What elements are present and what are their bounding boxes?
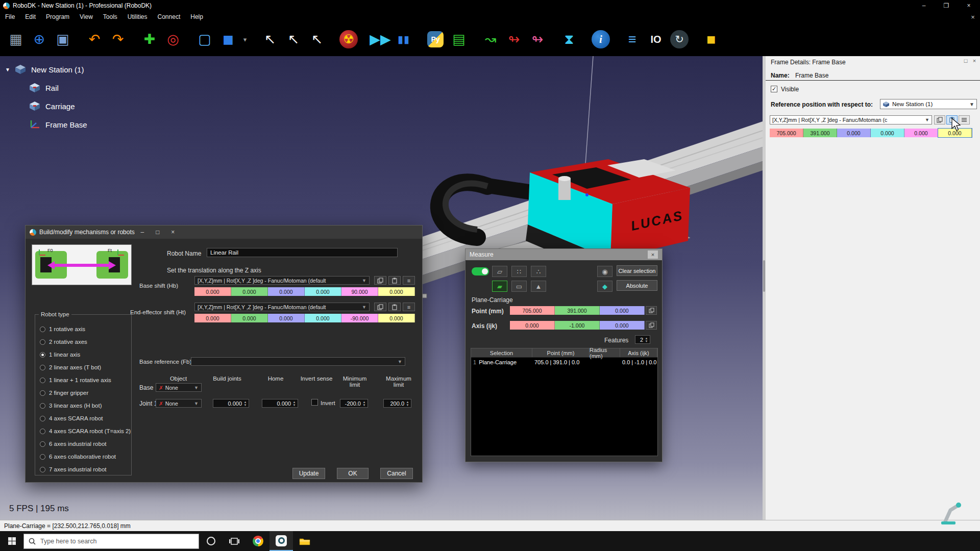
ee-shift-rx[interactable]: 0.000 (305, 314, 341, 322)
visible-checkbox[interactable]: ✓ (771, 86, 777, 92)
close-button[interactable]: × (958, 0, 980, 11)
spinner-arrows-icon[interactable]: ▲▼ (405, 399, 410, 407)
robodk-taskbar-button[interactable] (270, 531, 293, 551)
copy-pose-button[interactable] (934, 115, 945, 124)
teach-move-icon[interactable]: ↝ (479, 27, 502, 52)
redo-icon[interactable]: ↷ (106, 27, 130, 52)
params-icon[interactable]: ≡ (621, 27, 644, 52)
tree-item-rail[interactable]: Rail (29, 81, 87, 95)
radio-1-rotative-axis[interactable]: 1 rotative axis (40, 325, 85, 333)
clear-selection-button[interactable]: Clear selection (617, 265, 657, 276)
tree-item-label[interactable]: New Station (1) (31, 65, 84, 74)
python-program-icon-wrap[interactable]: Py (424, 27, 447, 52)
axis-j-field[interactable]: -1.000 (555, 321, 600, 330)
radio-1-linear-axis[interactable]: 1 linear axis (40, 351, 80, 358)
column-axis[interactable]: Axis (ijk) (620, 348, 657, 357)
tree-item-station[interactable]: ▼ New Station (1) (5, 62, 87, 77)
io-icon[interactable]: IO (644, 27, 668, 52)
radio-2-linear-axes[interactable]: 2 linear axes (T bot) (40, 364, 101, 371)
tree-item-label[interactable]: Rail (45, 84, 59, 92)
tree-item-label[interactable]: Frame Base (45, 120, 87, 129)
measure-toggle[interactable] (472, 267, 489, 276)
radio-4-axes-scara-t2[interactable]: 4 axes SCARA robot (T=axis 2) (40, 428, 131, 435)
frame-name-field[interactable]: Frame Base (795, 72, 828, 79)
info-icon-wrap[interactable]: i (589, 27, 612, 52)
taskbar-search[interactable] (23, 534, 199, 549)
add-target-icon[interactable]: ◎ (161, 27, 185, 52)
pose-y-field[interactable]: 391.000 (803, 129, 837, 137)
menu-view[interactable]: View (75, 11, 98, 22)
format-dropdown[interactable]: [X,Y,Z]mm | Rot[X,Y ,Z ]deg - Fanuc/Moto… (770, 115, 932, 124)
base-shift-z[interactable]: 0.000 (268, 287, 305, 296)
measure-point-cloud-icon[interactable]: ∴ (531, 266, 546, 277)
dialog-title-bar[interactable]: Build/modify mechanisms or robots – □ × (26, 226, 422, 239)
menu-program[interactable]: Program (41, 11, 75, 22)
select-icon[interactable]: ↖ (258, 27, 282, 52)
close-document-icon[interactable]: × (966, 13, 980, 21)
python-program-icon[interactable]: Py (427, 31, 444, 47)
spinner-arrows-icon[interactable]: ▲▼ (242, 399, 248, 407)
measure-points-icon[interactable]: ∷ (511, 266, 527, 277)
teach-circle-icon[interactable]: ↬ (502, 27, 526, 52)
connect-icon[interactable]: ↻ (670, 30, 689, 48)
ee-shift-ry[interactable]: -90.000 (341, 314, 378, 322)
add-frame-icon[interactable]: ✚ (138, 27, 161, 52)
base-object-dropdown[interactable]: ✗ None ▼ (156, 383, 202, 392)
robot-name-field[interactable]: Linear Rail (207, 248, 398, 257)
measure-title-bar[interactable]: Measure × (465, 249, 662, 260)
iso-view-caret-icon[interactable]: ▾ (240, 27, 250, 52)
copy-pose-button[interactable] (374, 276, 386, 285)
paste-pose-button[interactable] (388, 303, 401, 311)
ok-button[interactable]: OK (337, 468, 369, 479)
point-z-field[interactable]: 0.000 (600, 306, 645, 315)
base-shift-rz[interactable]: 0.000 (378, 287, 415, 296)
pose-options-button[interactable]: ≡ (403, 276, 415, 285)
pose-rx-field[interactable]: 0.000 (871, 129, 904, 137)
column-radius[interactable]: Radius (mm) (590, 348, 620, 357)
radio-3-linear-axes[interactable]: 3 linear axes (H bot) (40, 402, 102, 409)
package-icon[interactable]: ■ (699, 27, 723, 52)
update-button[interactable]: Update (292, 468, 325, 479)
radio-6-axes-collaborative[interactable]: 6 axes collaborative robot (40, 453, 116, 460)
dialog-close-button[interactable]: × (165, 226, 181, 239)
measure-surface-icon[interactable]: ▱ (492, 266, 507, 277)
open-icon[interactable]: ▦ (4, 27, 28, 52)
splitter-handle[interactable] (763, 260, 765, 292)
ee-shift-x[interactable]: 0.000 (194, 314, 231, 322)
tree-item-label[interactable]: Carriage (45, 102, 75, 111)
radio-2-rotative-axes[interactable]: 2 rotative axes (40, 338, 87, 345)
start-button[interactable] (0, 531, 23, 551)
fit-all-icon[interactable]: ▢ (193, 27, 216, 52)
cancel-button[interactable]: Cancel (380, 468, 413, 479)
iso-view-icon[interactable]: ◼ (216, 27, 240, 52)
point-y-field[interactable]: 391.000 (555, 306, 600, 315)
close-panel-icon[interactable]: × (970, 58, 978, 65)
measure-cone-icon[interactable]: ▲ (531, 281, 546, 292)
menu-edit[interactable]: Edit (20, 11, 41, 22)
radio-1-linear-1-rotative[interactable]: 1 linear + 1 rotative axis (40, 377, 111, 384)
measure-close-button[interactable]: × (648, 251, 658, 259)
undock-panel-icon[interactable]: □ (962, 58, 970, 65)
ee-shift-z[interactable]: 0.000 (268, 314, 305, 322)
connect-icon-wrap[interactable]: ↻ (668, 27, 691, 52)
base-shift-y[interactable]: 0.000 (231, 287, 268, 296)
pause-icon[interactable]: ▮▮ (392, 27, 415, 52)
ee-shift-rz[interactable]: 0.000 (378, 314, 415, 322)
menu-help[interactable]: Help (185, 11, 208, 22)
collision-check-icon-wrap[interactable]: ☢ (337, 27, 360, 52)
spinner-arrows-icon[interactable]: ▲▼ (361, 399, 367, 407)
joint1-max-limit-spinner[interactable]: 200.0 ▲▼ (383, 399, 411, 408)
expander-icon[interactable]: ▼ (5, 67, 12, 72)
measure-visibility-icon[interactable]: ◉ (597, 266, 612, 277)
info-icon[interactable]: i (592, 30, 610, 48)
absolute-button[interactable]: Absolute (617, 280, 657, 291)
tree-item-frame-base[interactable]: Frame Base (29, 117, 87, 132)
joint1-min-limit-spinner[interactable]: -200.0 ▲▼ (340, 399, 368, 408)
restore-button[interactable]: ❐ (935, 0, 958, 11)
base-shift-x[interactable]: 0.000 (194, 287, 231, 296)
pose-z-field[interactable]: 0.000 (837, 129, 871, 137)
copy-pose-button[interactable] (374, 303, 386, 311)
move-tool-icon[interactable]: ↖ (305, 27, 329, 52)
task-view-button[interactable] (223, 531, 246, 551)
measure-diamond-icon[interactable]: ◆ (597, 281, 612, 292)
